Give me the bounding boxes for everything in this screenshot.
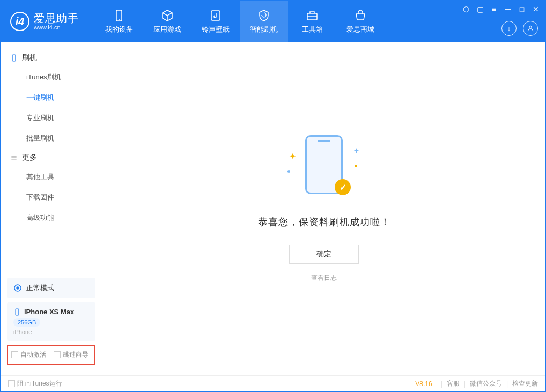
checkbox-label: 自动激活 <box>20 350 46 359</box>
app-body: 刷机 iTunes刷机 一键刷机 专业刷机 批量刷机 更多 其他工具 下载固件 … <box>1 42 545 375</box>
nav-label: 我的设备 <box>105 25 133 34</box>
device-name: iPhone XS Max <box>13 308 89 316</box>
nav-label: 铃声壁纸 <box>202 25 230 34</box>
nav-tab-flash[interactable]: 智能刷机 <box>240 1 288 42</box>
checkbox-label: 阻止iTunes运行 <box>17 379 62 388</box>
nav-tab-ringtone[interactable]: 铃声壁纸 <box>191 1 240 42</box>
support-link[interactable]: 客服 <box>447 379 460 388</box>
checkbox-label: 跳过向导 <box>63 350 88 359</box>
dot-icon <box>287 170 290 173</box>
main-content: ✦ + ✓ 恭喜您，保资料刷机成功啦！ 确定 查看日志 <box>102 42 545 375</box>
list-icon <box>10 154 18 161</box>
svg-point-4 <box>529 26 532 28</box>
success-message: 恭喜您，保资料刷机成功啦！ <box>258 216 390 228</box>
user-button[interactable] <box>523 21 538 36</box>
download-button[interactable]: ↓ <box>501 21 517 36</box>
device-icon <box>112 9 126 23</box>
app-url: www.i4.cn <box>34 24 79 31</box>
nav-label: 智能刷机 <box>250 25 278 34</box>
device-card[interactable]: iPhone XS Max 256GB iPhone <box>7 302 95 341</box>
note-icon[interactable]: ▢ <box>476 5 484 13</box>
sidebar-section-more: 更多 <box>1 149 102 167</box>
music-icon <box>209 9 223 23</box>
svg-rect-5 <box>12 55 16 61</box>
checkbox-box <box>8 380 15 387</box>
mode-icon <box>13 284 22 292</box>
nav-tab-store[interactable]: 爱思商城 <box>336 1 385 42</box>
dot-icon <box>355 165 357 167</box>
ok-button[interactable]: 确定 <box>289 245 359 264</box>
menu-icon[interactable]: ≡ <box>490 5 498 13</box>
device-icon <box>13 308 21 316</box>
checkbox-auto-activate[interactable]: 自动激活 <box>11 350 46 359</box>
section-title: 刷机 <box>22 53 37 63</box>
window-controls: ⬡ ▢ ≡ ─ □ ✕ <box>462 5 540 13</box>
section-title: 更多 <box>22 153 37 162</box>
sidebar-item-batch[interactable]: 批量刷机 <box>1 128 102 149</box>
checkbox-highlight: 自动激活 跳过向导 <box>7 345 95 365</box>
device-type: iPhone <box>13 329 89 335</box>
app-header: i4 爱思助手 www.i4.cn 我的设备 应用游戏 铃声壁纸 智能刷机 工具… <box>1 1 545 42</box>
cube-icon <box>160 9 174 23</box>
success-illustration: ✦ + ✓ <box>286 135 361 199</box>
svg-point-10 <box>17 287 19 289</box>
sidebar-item-oneclick[interactable]: 一键刷机 <box>1 87 102 108</box>
sparkle-icon: + <box>354 146 359 156</box>
sidebar-item-other[interactable]: 其他工具 <box>1 167 102 187</box>
sidebar-bottom: 正常模式 iPhone XS Max 256GB iPhone 自动激活 跳过向… <box>1 273 102 369</box>
app-title: 爱思助手 <box>34 12 79 24</box>
close-button[interactable]: ✕ <box>532 5 540 13</box>
version-label: V8.16 <box>415 380 432 388</box>
store-icon <box>353 9 367 23</box>
sidebar-item-pro[interactable]: 专业刷机 <box>1 108 102 128</box>
nav-label: 应用游戏 <box>153 25 181 34</box>
mode-label: 正常模式 <box>26 283 54 293</box>
header-actions: ↓ <box>501 21 538 36</box>
svg-rect-11 <box>16 309 19 315</box>
footer: 阻止iTunes运行 V8.16 | 客服 | 微信公众号 | 检查更新 <box>1 375 545 391</box>
sidebar-section-flash: 刷机 <box>1 49 102 67</box>
sparkle-icon: ✦ <box>289 151 296 161</box>
shirt-icon[interactable]: ⬡ <box>462 5 470 13</box>
wechat-link[interactable]: 微信公众号 <box>470 379 502 388</box>
device-storage: 256GB <box>13 318 40 327</box>
check-icon: ✓ <box>335 179 351 195</box>
maximize-button[interactable]: □ <box>518 5 526 13</box>
mode-card[interactable]: 正常模式 <box>7 278 95 298</box>
checkbox-skip-guide[interactable]: 跳过向导 <box>54 350 88 359</box>
checkbox-block-itunes[interactable]: 阻止iTunes运行 <box>8 379 62 388</box>
app-logo: i4 爱思助手 www.i4.cn <box>10 12 79 31</box>
logo-icon: i4 <box>10 12 29 31</box>
svg-point-1 <box>119 19 120 20</box>
nav-tab-device[interactable]: 我的设备 <box>95 1 143 42</box>
nav-label: 爱思商城 <box>346 25 374 34</box>
sidebar-item-itunes[interactable]: iTunes刷机 <box>1 67 102 87</box>
minimize-button[interactable]: ─ <box>504 5 512 13</box>
nav-tab-apps[interactable]: 应用游戏 <box>143 1 191 42</box>
svg-rect-2 <box>211 11 220 20</box>
sidebar: 刷机 iTunes刷机 一键刷机 专业刷机 批量刷机 更多 其他工具 下载固件 … <box>1 42 102 375</box>
svg-rect-3 <box>307 13 317 20</box>
view-log-link[interactable]: 查看日志 <box>311 273 337 283</box>
nav-label: 工具箱 <box>302 25 323 34</box>
toolbox-icon <box>305 9 319 23</box>
update-link[interactable]: 检查更新 <box>512 379 538 388</box>
nav-tabs: 我的设备 应用游戏 铃声壁纸 智能刷机 工具箱 爱思商城 <box>95 1 385 42</box>
checkbox-box <box>11 351 18 358</box>
checkbox-box <box>54 351 61 358</box>
phone-icon <box>10 54 18 62</box>
shield-icon <box>257 9 271 23</box>
sidebar-item-firmware[interactable]: 下载固件 <box>1 187 102 208</box>
footer-right: V8.16 | 客服 | 微信公众号 | 检查更新 <box>415 379 538 388</box>
sidebar-item-advanced[interactable]: 高级功能 <box>1 208 102 228</box>
nav-tab-toolbox[interactable]: 工具箱 <box>288 1 336 42</box>
